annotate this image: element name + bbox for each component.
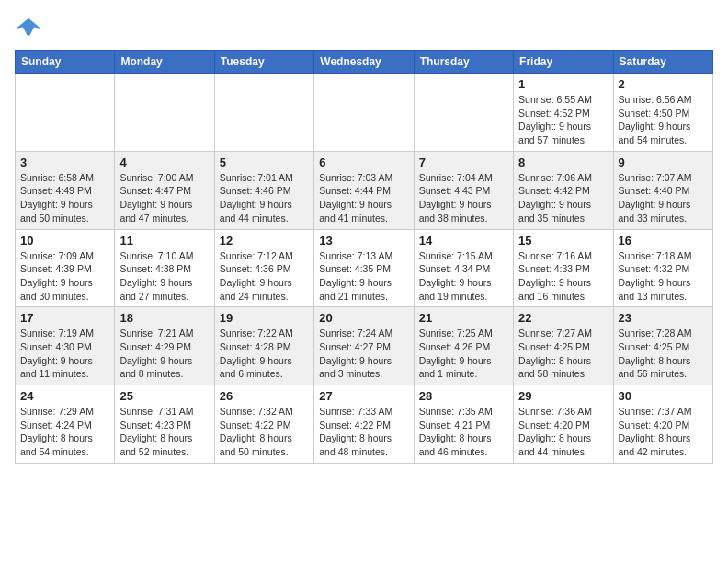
calendar-cell: 2Sunrise: 6:56 AM Sunset: 4:50 PM Daylig… xyxy=(613,74,712,152)
calendar-cell: 13Sunrise: 7:13 AM Sunset: 4:35 PM Dayli… xyxy=(314,229,414,307)
week-row-2: 3Sunrise: 6:58 AM Sunset: 4:49 PM Daylig… xyxy=(16,151,713,229)
day-number: 1 xyxy=(518,77,608,91)
day-detail: Sunrise: 7:16 AM Sunset: 4:33 PM Dayligh… xyxy=(518,249,608,304)
day-detail: Sunrise: 7:12 AM Sunset: 4:36 PM Dayligh… xyxy=(220,249,309,304)
calendar-cell: 18Sunrise: 7:21 AM Sunset: 4:29 PM Dayli… xyxy=(115,307,214,385)
day-number: 22 xyxy=(518,311,608,325)
day-number: 21 xyxy=(419,311,508,325)
day-number: 23 xyxy=(619,311,708,325)
page-header xyxy=(15,15,713,42)
calendar-cell: 17Sunrise: 7:19 AM Sunset: 4:30 PM Dayli… xyxy=(16,307,115,385)
calendar-cell: 21Sunrise: 7:25 AM Sunset: 4:26 PM Dayli… xyxy=(414,307,513,385)
calendar-cell: 8Sunrise: 7:06 AM Sunset: 4:42 PM Daylig… xyxy=(514,151,613,229)
day-number: 19 xyxy=(220,311,309,325)
day-number: 6 xyxy=(319,155,408,169)
day-detail: Sunrise: 6:56 AM Sunset: 4:50 PM Dayligh… xyxy=(619,93,708,147)
day-detail: Sunrise: 7:31 AM Sunset: 4:23 PM Dayligh… xyxy=(119,405,209,459)
day-number: 8 xyxy=(518,155,608,169)
column-header-saturday: Saturday xyxy=(613,51,712,74)
day-detail: Sunrise: 7:19 AM Sunset: 4:30 PM Dayligh… xyxy=(20,327,109,381)
day-detail: Sunrise: 7:00 AM Sunset: 4:47 PM Dayligh… xyxy=(119,171,209,225)
day-detail: Sunrise: 7:35 AM Sunset: 4:21 PM Dayligh… xyxy=(419,405,508,459)
day-number: 24 xyxy=(20,389,109,403)
day-detail: Sunrise: 7:22 AM Sunset: 4:28 PM Dayligh… xyxy=(220,327,309,381)
week-row-3: 10Sunrise: 7:09 AM Sunset: 4:39 PM Dayli… xyxy=(16,229,713,307)
day-detail: Sunrise: 7:24 AM Sunset: 4:27 PM Dayligh… xyxy=(319,327,408,381)
day-number: 9 xyxy=(619,155,708,169)
day-detail: Sunrise: 7:25 AM Sunset: 4:26 PM Dayligh… xyxy=(419,327,508,381)
day-number: 12 xyxy=(220,234,309,247)
calendar-cell: 27Sunrise: 7:33 AM Sunset: 4:22 PM Dayli… xyxy=(314,385,414,464)
day-number: 3 xyxy=(20,155,109,169)
day-number: 26 xyxy=(220,389,309,403)
calendar-cell: 10Sunrise: 7:09 AM Sunset: 4:39 PM Dayli… xyxy=(16,229,115,307)
calendar-cell xyxy=(314,74,414,152)
calendar-cell: 23Sunrise: 7:28 AM Sunset: 4:25 PM Dayli… xyxy=(613,307,712,385)
day-number: 27 xyxy=(319,389,408,403)
calendar-cell: 11Sunrise: 7:10 AM Sunset: 4:38 PM Dayli… xyxy=(115,229,214,307)
calendar-cell: 15Sunrise: 7:16 AM Sunset: 4:33 PM Dayli… xyxy=(514,229,613,307)
calendar-cell: 29Sunrise: 7:36 AM Sunset: 4:20 PM Dayli… xyxy=(514,385,613,464)
day-number: 30 xyxy=(619,389,708,403)
week-row-4: 17Sunrise: 7:19 AM Sunset: 4:30 PM Dayli… xyxy=(16,307,713,385)
calendar-cell: 4Sunrise: 7:00 AM Sunset: 4:47 PM Daylig… xyxy=(115,151,214,229)
day-number: 10 xyxy=(20,234,109,247)
calendar-cell xyxy=(414,74,513,152)
day-detail: Sunrise: 7:29 AM Sunset: 4:24 PM Dayligh… xyxy=(20,405,109,459)
day-detail: Sunrise: 7:03 AM Sunset: 4:44 PM Dayligh… xyxy=(319,171,408,225)
day-number: 5 xyxy=(220,155,309,169)
calendar-cell xyxy=(16,74,115,152)
calendar-cell: 12Sunrise: 7:12 AM Sunset: 4:36 PM Dayli… xyxy=(214,229,313,307)
day-detail: Sunrise: 7:01 AM Sunset: 4:46 PM Dayligh… xyxy=(220,171,309,225)
day-detail: Sunrise: 7:04 AM Sunset: 4:43 PM Dayligh… xyxy=(419,171,508,225)
calendar-cell xyxy=(115,74,214,152)
day-detail: Sunrise: 7:10 AM Sunset: 4:38 PM Dayligh… xyxy=(119,249,209,304)
calendar-cell: 9Sunrise: 7:07 AM Sunset: 4:40 PM Daylig… xyxy=(613,151,712,229)
calendar-header-row: SundayMondayTuesdayWednesdayThursdayFrid… xyxy=(16,51,713,74)
calendar-cell: 1Sunrise: 6:55 AM Sunset: 4:52 PM Daylig… xyxy=(514,74,613,152)
day-detail: Sunrise: 7:37 AM Sunset: 4:20 PM Dayligh… xyxy=(619,405,708,459)
column-header-wednesday: Wednesday xyxy=(314,51,414,74)
day-number: 7 xyxy=(419,155,508,169)
day-number: 2 xyxy=(619,77,708,91)
day-detail: Sunrise: 6:55 AM Sunset: 4:52 PM Dayligh… xyxy=(518,93,608,147)
week-row-1: 1Sunrise: 6:55 AM Sunset: 4:52 PM Daylig… xyxy=(16,74,713,152)
calendar-cell: 30Sunrise: 7:37 AM Sunset: 4:20 PM Dayli… xyxy=(613,385,712,464)
day-number: 4 xyxy=(119,155,209,169)
day-number: 25 xyxy=(119,389,209,403)
calendar-table: SundayMondayTuesdayWednesdayThursdayFrid… xyxy=(15,50,713,464)
day-number: 17 xyxy=(20,311,109,325)
calendar-cell: 26Sunrise: 7:32 AM Sunset: 4:22 PM Dayli… xyxy=(214,385,313,464)
logo-icon xyxy=(15,15,42,42)
calendar-cell: 3Sunrise: 6:58 AM Sunset: 4:49 PM Daylig… xyxy=(16,151,115,229)
day-detail: Sunrise: 7:32 AM Sunset: 4:22 PM Dayligh… xyxy=(220,405,309,459)
day-detail: Sunrise: 7:33 AM Sunset: 4:22 PM Dayligh… xyxy=(319,405,408,459)
day-detail: Sunrise: 7:27 AM Sunset: 4:25 PM Dayligh… xyxy=(518,327,608,381)
day-number: 14 xyxy=(419,234,508,247)
calendar-cell: 5Sunrise: 7:01 AM Sunset: 4:46 PM Daylig… xyxy=(214,151,313,229)
calendar-cell: 25Sunrise: 7:31 AM Sunset: 4:23 PM Dayli… xyxy=(115,385,214,464)
column-header-tuesday: Tuesday xyxy=(214,51,313,74)
column-header-sunday: Sunday xyxy=(16,51,115,74)
day-number: 13 xyxy=(319,234,408,247)
day-detail: Sunrise: 6:58 AM Sunset: 4:49 PM Dayligh… xyxy=(20,171,109,225)
day-detail: Sunrise: 7:36 AM Sunset: 4:20 PM Dayligh… xyxy=(518,405,608,459)
day-detail: Sunrise: 7:06 AM Sunset: 4:42 PM Dayligh… xyxy=(518,171,608,225)
day-detail: Sunrise: 7:15 AM Sunset: 4:34 PM Dayligh… xyxy=(419,249,508,304)
day-detail: Sunrise: 7:13 AM Sunset: 4:35 PM Dayligh… xyxy=(319,249,408,304)
column-header-monday: Monday xyxy=(115,51,214,74)
calendar-cell: 7Sunrise: 7:04 AM Sunset: 4:43 PM Daylig… xyxy=(414,151,513,229)
column-header-thursday: Thursday xyxy=(414,51,513,74)
day-number: 16 xyxy=(619,234,708,247)
day-detail: Sunrise: 7:18 AM Sunset: 4:32 PM Dayligh… xyxy=(619,249,708,304)
calendar-cell xyxy=(214,74,313,152)
day-number: 15 xyxy=(518,234,608,247)
day-number: 18 xyxy=(119,311,209,325)
calendar-cell: 6Sunrise: 7:03 AM Sunset: 4:44 PM Daylig… xyxy=(314,151,414,229)
calendar-cell: 22Sunrise: 7:27 AM Sunset: 4:25 PM Dayli… xyxy=(514,307,613,385)
calendar-cell: 14Sunrise: 7:15 AM Sunset: 4:34 PM Dayli… xyxy=(414,229,513,307)
week-row-5: 24Sunrise: 7:29 AM Sunset: 4:24 PM Dayli… xyxy=(16,385,713,464)
day-number: 20 xyxy=(319,311,408,325)
svg-marker-0 xyxy=(17,18,41,36)
column-header-friday: Friday xyxy=(514,51,613,74)
